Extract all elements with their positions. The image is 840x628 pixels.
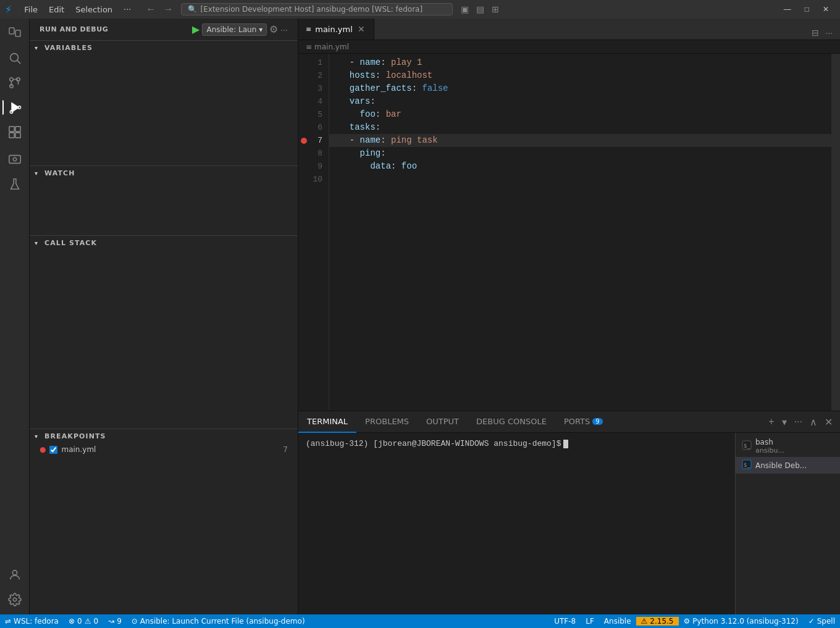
ports-badge: 9 — [592, 418, 602, 425]
editor-scrollbar[interactable] — [831, 54, 840, 411]
callstack-header[interactable]: ▾ CALL STACK — [30, 236, 298, 249]
watch-section: ▾ WATCH — [30, 166, 298, 235]
terminal-session-ansible[interactable]: $_ Ansible Deb... — [736, 457, 840, 474]
code-editor: 1 2 3 4 5 6 7 8 9 10 - name: play 1 — [298, 54, 840, 411]
tab-close-button[interactable]: ✕ — [356, 24, 366, 34]
tab-ports[interactable]: PORTS 9 — [555, 411, 611, 433]
status-spell[interactable]: ✓ Spell — [804, 617, 840, 626]
activity-icon-account[interactable] — [2, 563, 27, 587]
line-num-5: 5 — [298, 108, 322, 121]
debug-play-button[interactable]: ▶ — [192, 23, 200, 35]
window-close-button[interactable]: ✕ — [817, 2, 835, 16]
status-ansible-version[interactable]: ⚠ 2.15.5 — [636, 617, 679, 626]
layout-btn-2[interactable]: ▤ — [473, 2, 487, 16]
window-minimize-button[interactable]: — — [778, 2, 797, 16]
wsl-label: WSL: fedora — [14, 617, 59, 626]
tab-problems[interactable]: PROBLEMS — [356, 411, 418, 433]
window-maximize-button[interactable]: □ — [799, 2, 815, 16]
status-wsl[interactable]: ⇌ WSL: fedora — [0, 614, 64, 628]
watch-title: WATCH — [44, 169, 75, 177]
remote-count: 9 — [117, 617, 122, 626]
line-num-3: 3 — [298, 82, 322, 95]
editor-area: ≡ main.yml ✕ ⊟ ··· ≡ main.yml 1 2 3 4 5 … — [298, 19, 840, 614]
activity-icon-flask[interactable] — [2, 172, 27, 196]
split-editor-button[interactable]: ⊟ — [809, 26, 821, 40]
status-python[interactable]: ⚙ Python 3.12.0 (ansibug-312) — [679, 617, 804, 626]
terminal-session-bash[interactable]: $_ bash ansibu... — [736, 435, 840, 457]
python-label: Python 3.12.0 (ansibug-312) — [692, 617, 798, 626]
search-bar[interactable]: 🔍 [Extension Development Host] ansibug-d… — [181, 3, 453, 15]
tab-output[interactable]: OUTPUT — [418, 411, 468, 433]
breakpoints-header[interactable]: ▾ BREAKPOINTS — [30, 429, 298, 443]
tab-bar: ≡ main.yml ✕ ⊟ ··· — [298, 19, 840, 40]
menu-file[interactable]: File — [19, 4, 43, 15]
nav-forward-button[interactable]: → — [161, 2, 176, 16]
variables-content — [30, 54, 298, 165]
debug-config-label: Ansible: Laun — [206, 25, 256, 34]
breakpoint-line: 7 — [283, 445, 288, 454]
terminal-bash-icon: $_ — [742, 440, 752, 452]
activity-icon-source-control[interactable] — [2, 70, 27, 95]
ansible-version: 2.15.5 — [650, 617, 673, 626]
svg-point-16 — [12, 571, 17, 575]
debug-gear-button[interactable]: ⚙ — [269, 23, 278, 35]
tab-output-label: OUTPUT — [426, 417, 459, 426]
breadcrumb-filename[interactable]: main.yml — [314, 43, 349, 51]
status-language[interactable]: Ansible — [599, 617, 636, 626]
status-encoding[interactable]: UTF-8 — [549, 617, 581, 626]
tab-file-icon: ≡ — [306, 25, 311, 33]
bottom-panel: TERMINAL PROBLEMS OUTPUT DEBUG CONSOLE P… — [298, 411, 840, 614]
activity-icon-run-debug[interactable] — [2, 95, 27, 120]
layout-btn-3[interactable]: ⊞ — [489, 2, 502, 16]
editor-tab-main-yml[interactable]: ≡ main.yml ✕ — [298, 19, 374, 40]
terminal-chevron-button[interactable]: ▾ — [779, 414, 789, 430]
code-content[interactable]: - name: play 1 hosts: localhost gather_f… — [329, 54, 831, 411]
activity-icon-remote-explorer[interactable] — [2, 147, 27, 172]
line-num-9: 9 — [298, 160, 322, 173]
variables-title: VARIABLES — [44, 44, 93, 52]
debug-launch-icon: ⊙ — [132, 617, 138, 626]
close-panel-button[interactable]: ✕ — [822, 414, 835, 430]
variables-header[interactable]: ▾ VARIABLES — [30, 41, 298, 54]
activity-icon-search[interactable] — [2, 46, 27, 70]
breakpoint-checkbox[interactable] — [49, 446, 57, 454]
main-container: RUN AND DEBUG ▶ Ansible: Laun ▾ ⚙ ··· ▾ … — [0, 19, 840, 614]
menu-more[interactable]: ··· — [119, 4, 136, 15]
menu-edit[interactable]: Edit — [44, 4, 69, 15]
run-debug-header: RUN AND DEBUG ▶ Ansible: Laun ▾ ⚙ ··· — [30, 19, 298, 40]
status-debug-launch[interactable]: ⊙ Ansible: Launch Current File (ansibug-… — [127, 614, 310, 628]
new-terminal-button[interactable]: + — [766, 414, 776, 429]
activity-icon-settings[interactable] — [2, 587, 27, 612]
errors-icon: ⊗ — [69, 617, 75, 626]
activity-icon-extensions[interactable] — [2, 120, 27, 144]
variables-chevron-icon: ▾ — [35, 44, 42, 51]
tab-debug-console[interactable]: DEBUG CONSOLE — [468, 411, 555, 433]
vscode-logo: ⚡ — [5, 4, 12, 15]
code-line-6: tasks: — [329, 121, 831, 134]
menu-selection[interactable]: Selection — [70, 4, 117, 15]
terminal-line-1: (ansibug-312) [jborean@JBOREAN-WINDOWS a… — [306, 438, 728, 450]
ansible-warning-icon: ⚠ — [641, 617, 648, 626]
code-line-8: ping: — [329, 147, 831, 160]
debug-config-selector[interactable]: Ansible: Laun ▾ — [202, 23, 267, 36]
more-actions-button[interactable]: ··· — [823, 26, 835, 40]
variables-section: ▾ VARIABLES — [30, 41, 298, 165]
status-remote-count[interactable]: ↝ 9 — [103, 614, 127, 628]
tab-terminal[interactable]: TERMINAL — [298, 411, 356, 433]
status-errors[interactable]: ⊗ 0 ⚠ 0 — [64, 614, 103, 628]
terminal-sidebar: $_ bash ansibu... $_ Ansible Deb... — [735, 433, 840, 614]
encoding-label: UTF-8 — [554, 617, 576, 626]
layout-buttons: ▣ ▤ ⊞ — [458, 2, 502, 16]
terminal-more-button[interactable]: ··· — [792, 414, 805, 429]
layout-btn-1[interactable]: ▣ — [458, 2, 472, 16]
terminal-main[interactable]: (ansibug-312) [jborean@JBOREAN-WINDOWS a… — [298, 433, 735, 614]
status-line-ending[interactable]: LF — [581, 617, 599, 626]
activity-icon-explorer[interactable] — [2, 21, 27, 46]
debug-launch-label: Ansible: Launch Current File (ansibug-de… — [140, 617, 305, 626]
watch-header[interactable]: ▾ WATCH — [30, 166, 298, 180]
spell-icon: ✓ — [808, 617, 815, 626]
code-line-9: data: foo — [329, 160, 831, 173]
terminal-up-button[interactable]: ∧ — [807, 414, 820, 430]
debug-ellipsis-button[interactable]: ··· — [280, 25, 288, 35]
nav-back-button[interactable]: ← — [144, 2, 159, 16]
